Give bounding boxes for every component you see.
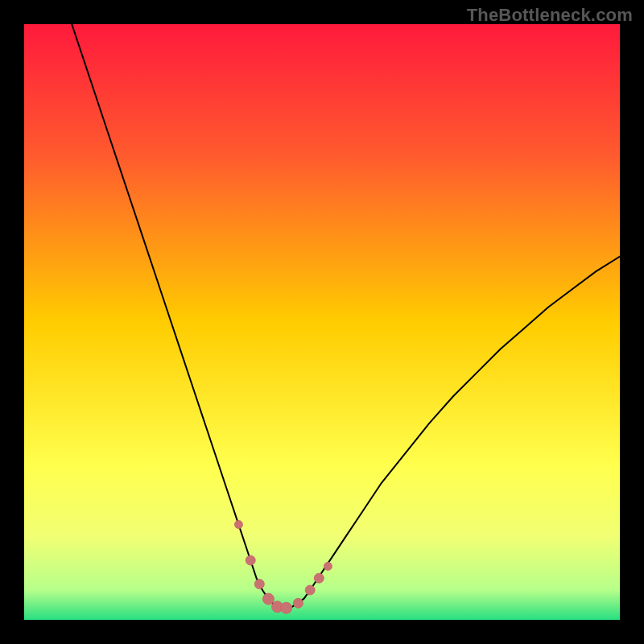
data-marker (293, 598, 303, 608)
data-marker (262, 593, 274, 605)
watermark-text: TheBottleneck.com (467, 5, 633, 26)
data-marker (324, 562, 332, 570)
data-marker (281, 602, 292, 613)
data-marker (305, 585, 315, 595)
data-marker (234, 521, 242, 529)
plot-area (24, 24, 620, 620)
chart-frame: TheBottleneck.com (0, 0, 644, 644)
data-marker (246, 555, 255, 565)
data-marker (314, 573, 324, 583)
chart-svg (24, 24, 620, 620)
data-marker (254, 580, 264, 589)
